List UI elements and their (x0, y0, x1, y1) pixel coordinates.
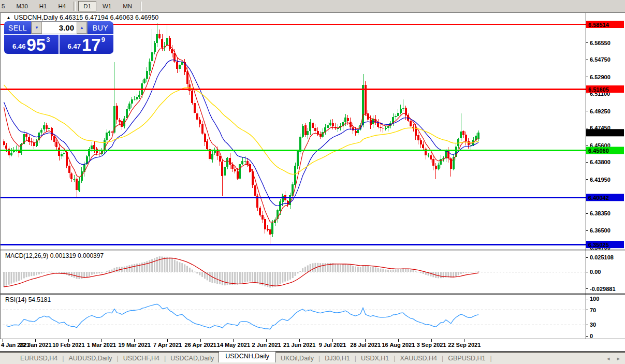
chart-tab-usdcnh-daily[interactable]: USDCNH,Daily (219, 351, 276, 362)
svg-text:6.35025: 6.35025 (588, 242, 609, 248)
chart-header-ohlc: USDCNH,Daily 6.46315 6.47194 6.46063 6.4… (14, 14, 158, 21)
volume-decrease-button[interactable]: ▼ (32, 22, 42, 34)
volume-input[interactable]: 3.00 (42, 22, 77, 34)
svg-text:22 Sep 2021: 22 Sep 2021 (448, 342, 481, 348)
chart-header: ▲ USDCNH,Daily 6.46315 6.47194 6.46063 6… (6, 14, 158, 21)
svg-text:22 Jan 2021: 22 Jan 2021 (20, 342, 52, 348)
svg-text:6.38350: 6.38350 (590, 210, 611, 216)
chart-tab-gbpusd-h1[interactable]: GBPUSD,H1 (443, 354, 490, 363)
svg-text:28 Jul 2021: 28 Jul 2021 (350, 342, 381, 348)
chart-tab-xauusd-h4[interactable]: XAUUSD,H4 (395, 354, 442, 363)
svg-text:6.49250: 6.49250 (590, 108, 611, 114)
svg-text:21 Jun 2021: 21 Jun 2021 (283, 342, 315, 348)
svg-text:9 Jul 2021: 9 Jul 2021 (319, 342, 346, 348)
svg-text:100: 100 (590, 296, 599, 302)
svg-text:6.43800: 6.43800 (590, 159, 611, 165)
sell-button[interactable]: SELL (4, 21, 31, 34)
macd-indicator-label: MACD(12,26,9) 0.001319 0.000397 (5, 252, 104, 259)
svg-text:10 Feb 2021: 10 Feb 2021 (52, 342, 84, 348)
sell-price-prefix: 6.46 (12, 42, 25, 50)
svg-text:6.45060: 6.45060 (588, 148, 609, 154)
svg-text:1 Mar 2021: 1 Mar 2021 (87, 342, 116, 348)
svg-text:19 Mar 2021: 19 Mar 2021 (119, 342, 151, 348)
svg-text:2 Jun 2021: 2 Jun 2021 (252, 342, 281, 348)
svg-text:0.00: 0.00 (590, 269, 601, 275)
svg-text:7 Apr 2021: 7 Apr 2021 (153, 342, 182, 348)
svg-text:70: 70 (590, 307, 596, 313)
tab-scroll-right-icon[interactable]: ▸ (617, 355, 620, 362)
svg-text:26 Apr 2021: 26 Apr 2021 (185, 342, 216, 348)
svg-text:0.025108: 0.025108 (590, 254, 614, 260)
tab-separator: | (490, 355, 492, 362)
chart-tab-usdchf-h4[interactable]: USDCHF,H4 (119, 354, 164, 363)
svg-text:6.41950: 6.41950 (590, 177, 611, 183)
svg-text:0: 0 (590, 333, 593, 339)
chart-tabbar: EURUSD,H4|AUDUSD,Daily|USDCHF,H4|USDCAD,… (0, 352, 625, 364)
chart-tab-audusd-daily[interactable]: AUDUSD,Daily (64, 354, 117, 363)
rsi-indicator-label: RSI(14) 54.5181 (5, 296, 51, 303)
svg-text:16 Aug 2021: 16 Aug 2021 (382, 342, 415, 348)
chart-tab-eurusd-h4[interactable]: EURUSD,H4 (16, 354, 62, 363)
sell-price-fraction: 3 (46, 36, 50, 43)
svg-text:6.54750: 6.54750 (590, 56, 611, 63)
volume-increase-button[interactable]: ▲ (77, 22, 87, 34)
buy-price-display[interactable]: 6.47 17 9 (60, 35, 114, 54)
svg-text:6.46950: 6.46950 (588, 130, 609, 136)
sell-price-display[interactable]: 6.46 95 3 (4, 35, 59, 54)
svg-text:-0.029881: -0.029881 (590, 286, 616, 292)
collapse-arrow-icon[interactable]: ▲ (6, 16, 11, 20)
svg-text:30: 30 (590, 322, 596, 328)
sell-price-pips: 95 (26, 37, 46, 53)
chart-tab-ukoil-daily[interactable]: UKOil,Daily (276, 354, 318, 363)
svg-text:3 Sep 2021: 3 Sep 2021 (417, 342, 446, 348)
tab-scroll-left-icon[interactable]: ◂ (607, 355, 610, 362)
volume-spinner: ▼ 3.00 ▲ (31, 21, 88, 34)
buy-price-prefix: 6.47 (68, 42, 81, 50)
svg-text:14 May 2021: 14 May 2021 (217, 342, 250, 348)
svg-text:6.56550: 6.56550 (590, 40, 611, 46)
buy-button[interactable]: BUY (88, 21, 113, 34)
chart-tab-usdcad-daily[interactable]: USDCAD,Daily (166, 354, 219, 363)
buy-price-pips: 17 (82, 37, 101, 53)
svg-text:6.36500: 6.36500 (590, 227, 611, 234)
chart-tab-dj30-h1[interactable]: DJ30,H1 (320, 354, 355, 363)
svg-text:6.58514: 6.58514 (588, 22, 609, 28)
svg-text:6.52900: 6.52900 (590, 74, 611, 80)
one-click-trading-panel: SELL ▼ 3.00 ▲ BUY 6.46 95 3 6.47 17 9 (4, 21, 113, 54)
chart-tab-usdx-h1[interactable]: USDX,H1 (356, 354, 394, 363)
svg-text:6.51605: 6.51605 (588, 86, 609, 93)
buy-price-fraction: 9 (101, 36, 105, 43)
svg-text:6.40042: 6.40042 (588, 195, 609, 201)
